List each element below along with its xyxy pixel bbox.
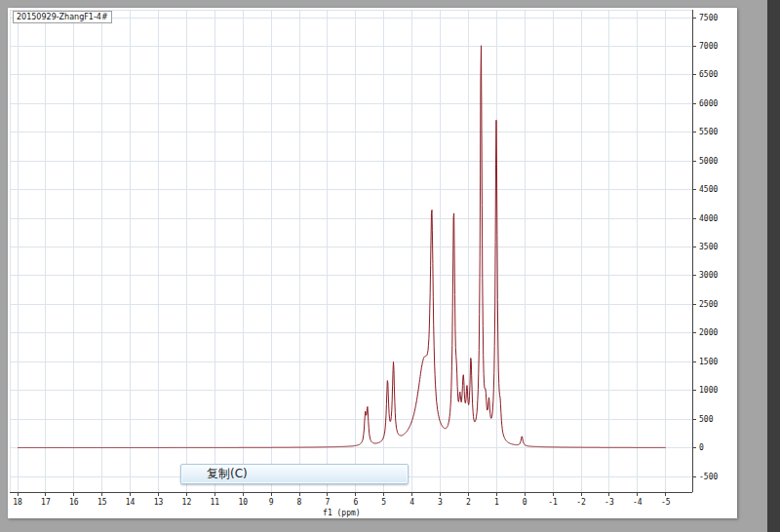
x-tick-label: 7 [325, 498, 330, 507]
x-tick-label: 10 [238, 498, 248, 507]
x-tick-label: 16 [69, 498, 79, 507]
axes [10, 10, 692, 492]
y-tick-label: 500 [699, 415, 714, 424]
y-tick-label: 6000 [699, 99, 718, 108]
context-menu: 复制(C) [180, 464, 409, 484]
x-tick-label: 18 [13, 498, 22, 507]
y-axis: 7500700065006000550050004500400035003000… [692, 14, 718, 481]
x-tick-label: 3 [438, 498, 443, 507]
x-tick-label: -4 [633, 498, 643, 507]
y-tick-label: 3500 [699, 243, 718, 251]
x-tick-label: 4 [410, 498, 414, 507]
y-tick-label: -500 [699, 473, 718, 481]
x-tick-label: 5 [381, 498, 386, 507]
x-tick-label: 8 [297, 498, 302, 507]
y-tick-label: 7500 [699, 14, 718, 22]
y-tick-label: 5000 [699, 157, 718, 166]
x-tick-label: 15 [98, 498, 107, 507]
nmr-spectrum-plot[interactable]: 7500700065006000550050004500400035003000… [8, 8, 737, 518]
y-tick-label: 4500 [699, 185, 718, 194]
y-tick-label: 7000 [699, 42, 718, 51]
grid-lines [10, 10, 692, 492]
y-tick-label: 5500 [699, 128, 718, 136]
x-tick-label: 14 [126, 498, 136, 507]
x-tick-label: 11 [210, 498, 219, 507]
x-tick-label: -3 [604, 498, 614, 507]
x-tick-label: 0 [523, 498, 527, 507]
y-tick-label: 2500 [699, 300, 718, 309]
x-axis: 1817161514131211109876543210-1-2-3-4-5 [13, 492, 671, 507]
y-tick-label: 6500 [699, 70, 718, 79]
x-tick-label: -5 [661, 498, 671, 507]
x-tick-label: 12 [182, 498, 192, 507]
y-tick-label: 3000 [699, 271, 718, 280]
spectrum-page: 7500700065006000550050004500400035003000… [8, 8, 737, 518]
x-tick-label: -2 [576, 498, 586, 507]
x-axis-title: f1 (ppm) [323, 509, 361, 517]
copy-menu-item[interactable]: 复制(C) [181, 465, 408, 483]
x-tick-label: 6 [353, 498, 358, 507]
x-tick-label: 9 [269, 498, 274, 507]
y-tick-label: 1500 [699, 358, 718, 366]
y-tick-label: 0 [699, 443, 704, 452]
x-tick-label: 1 [494, 498, 499, 507]
x-tick-label: 2 [466, 498, 471, 507]
y-tick-label: 1000 [699, 386, 718, 395]
spectrum-title-label[interactable]: 20150929-ZhangF1-4# [13, 11, 112, 23]
y-tick-label: 4000 [699, 214, 718, 223]
window-edge [767, 0, 780, 532]
x-tick-label: 13 [154, 498, 164, 507]
y-tick-label: 2000 [699, 328, 718, 337]
x-tick-label: 17 [41, 498, 51, 507]
x-tick-label: -1 [548, 498, 558, 507]
